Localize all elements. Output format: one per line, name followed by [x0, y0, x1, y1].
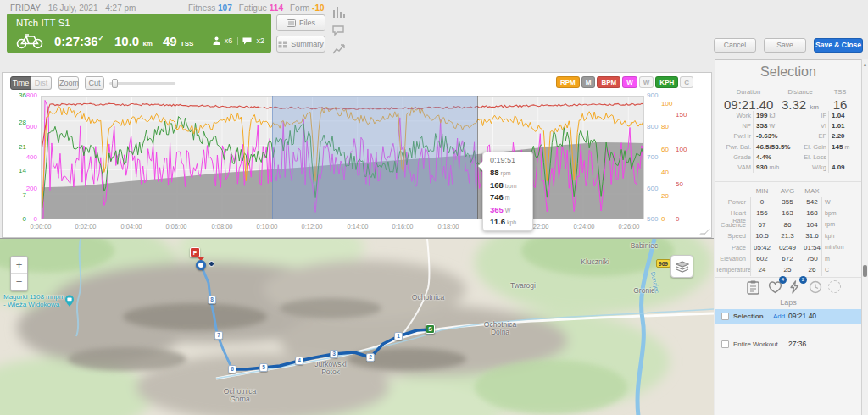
cadence-tick-20: 20 [661, 193, 669, 200]
km-marker-4: 4 [295, 357, 303, 365]
stat-right-2: EF2.20 [715, 131, 862, 141]
legend-toggle-m[interactable]: M [581, 76, 596, 88]
comments-count: x2 [256, 36, 264, 45]
route-start-marker[interactable]: S [426, 324, 435, 334]
map-label-gronie: Gronie [633, 287, 655, 295]
summary-button[interactable]: Summary [276, 36, 326, 53]
km-marker-8: 8 [208, 296, 216, 304]
files-button[interactable]: Files [276, 14, 326, 31]
table-row-label-4: Pace [715, 244, 746, 252]
x-tick-6: 0:12:00 [293, 223, 331, 230]
save-button[interactable]: Save [764, 38, 806, 53]
metric-fatigue: Fatigue 114 [239, 3, 283, 13]
heart-rate-icon[interactable]: 4 [768, 280, 783, 296]
legend-toggle-w[interactable]: W [622, 76, 637, 88]
legend-toggle-rpm[interactable]: RPM [556, 76, 580, 88]
x-tick-0: 0:00:00 [22, 223, 59, 230]
comments-icon [242, 37, 252, 45]
map-label-ochotnica-górna: OchotnicaGórna [224, 388, 256, 403]
divider [753, 111, 754, 173]
km-marker-3: 3 [330, 350, 338, 358]
lap-checkbox[interactable] [721, 340, 729, 348]
chart-plot[interactable] [41, 96, 644, 219]
lap-add-link[interactable]: Add [773, 309, 785, 324]
x-tick-2: 0:04:00 [113, 223, 150, 230]
viewpoint-poi-icon[interactable] [64, 295, 75, 307]
route-finish-marker[interactable]: F [190, 247, 200, 257]
table-unit-6: C [825, 267, 829, 273]
route-map[interactable]: BabiniecKlucznikiGronieTwarogiOchotnicaO… [0, 238, 714, 415]
sidebar-title: Selection [715, 64, 861, 80]
attachments-icon [213, 36, 220, 45]
legend-toggle-bpm[interactable]: BPM [597, 76, 620, 88]
power-tick-200: 200 [26, 185, 37, 192]
scroll-up-arrow[interactable]: ▲ [863, 62, 867, 67]
divider [821, 197, 822, 276]
table-cell-4-0: 05:42 [749, 244, 775, 252]
elevation-tick-600: 600 [647, 185, 658, 192]
table-unit-4: min/km [825, 244, 844, 250]
cadence-tick-0: 0 [661, 216, 665, 223]
time-toggle-button[interactable]: Time [10, 76, 31, 90]
legend-toggle-kph[interactable]: KPH [655, 76, 678, 88]
x-tick-9: 0:18:00 [430, 223, 467, 230]
cadence-tick-40: 40 [661, 169, 669, 176]
table-unit-5: m [825, 256, 830, 262]
x-tick-7: 0:14:00 [339, 223, 376, 230]
heart-badge: 4 [779, 276, 787, 284]
peaks-chart-icon[interactable] [332, 5, 348, 18]
dist-toggle-button[interactable]: Dist [31, 76, 52, 90]
tooltip-time: 0:19:51 [490, 156, 527, 164]
power-tick-800: 800 [26, 92, 37, 99]
bike-icon [16, 33, 43, 49]
time-icon[interactable] [809, 280, 824, 296]
divider [750, 197, 751, 276]
chart-playhead-line [477, 96, 478, 219]
lap-row-selection[interactable]: SelectionAdd09:21.40 [715, 309, 861, 324]
elevation-tick-900: 900 [647, 92, 658, 99]
chart-zoom-slider[interactable] [109, 82, 175, 85]
notes-icon[interactable] [747, 280, 762, 296]
date-label: 16 July, 2021 [48, 3, 98, 13]
series-legend: RPMMBPMWWKPHC [556, 76, 693, 88]
cadence-tick-100: 100 [661, 101, 672, 108]
current-position-marker[interactable] [196, 260, 206, 270]
cut-button[interactable]: Cut [85, 76, 104, 90]
date-header: FRIDAY 16 July, 2021 4:27 pm [10, 3, 136, 13]
power-zap-icon[interactable]: 2 [788, 280, 804, 296]
save-close-button[interactable]: Save & Close [814, 38, 863, 53]
map-zoom-in-button[interactable]: + [11, 257, 27, 274]
poi-label: Magurki 1108 mnpm- Wieża Widokowa [3, 293, 64, 308]
table-cell-4-1: 02:49 [775, 244, 800, 252]
table-unit-3: kph [825, 233, 834, 239]
table-cell-0-0: 0 [749, 198, 775, 206]
legend-toggle-c[interactable]: C [680, 76, 693, 88]
workout-duration: 0:27:36✓ [54, 34, 103, 48]
legend-toggle-w[interactable]: W [639, 76, 654, 88]
tooltip-row-rpm: 88rpm [490, 166, 527, 179]
zoom-button[interactable]: Zoom [58, 76, 79, 90]
custom-metric-icon[interactable] [828, 280, 843, 296]
table-row-label-0: Power [715, 198, 746, 206]
table-row-label-2: Cadence [715, 221, 746, 229]
km-marker-7: 7 [214, 331, 223, 340]
slider-handle[interactable] [112, 79, 118, 88]
elevation-tick-700: 700 [647, 154, 658, 161]
workout-card[interactable]: NTch ITT S1 0:27:36✓ 10.0 km 49 TSS x6 |… [7, 14, 271, 53]
trend-chart-icon[interactable] [332, 43, 348, 54]
zap-badge: 2 [799, 276, 807, 284]
table-cell-3-0: 10.5 [749, 232, 775, 240]
metric-fitness: Fitness 107 [188, 3, 232, 13]
resize-grip[interactable] [699, 229, 710, 234]
cancel-button[interactable]: Cancel [714, 38, 756, 53]
map-layers-button[interactable] [670, 255, 693, 278]
lap-checkbox[interactable] [721, 313, 729, 320]
comment-icon[interactable] [332, 25, 348, 36]
sidebar-scrollbar[interactable]: ▲ [861, 59, 868, 415]
scroll-thumb[interactable] [863, 265, 867, 277]
map-zoom-out-button[interactable]: − [11, 274, 27, 290]
lap-row-entire-workout[interactable]: Entire Workout27:36 [715, 337, 861, 351]
table-row-label-5: Elevation [715, 255, 746, 263]
speed-tick-21: 21 [19, 144, 26, 151]
weekday-label: FRIDAY [10, 3, 41, 13]
